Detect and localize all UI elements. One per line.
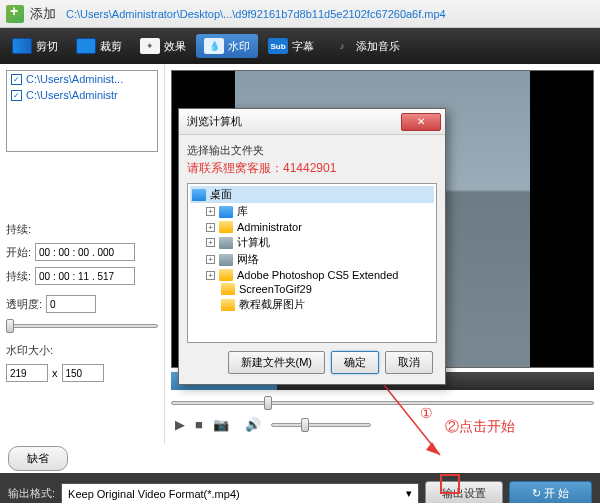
expand-icon[interactable]: +	[206, 255, 215, 264]
opacity-input[interactable]	[46, 295, 96, 313]
app-logo-icon	[6, 5, 24, 23]
tree-node[interactable]: +库	[204, 203, 434, 220]
tab-cut[interactable]: 剪切	[4, 34, 66, 58]
folder-tree[interactable]: 桌面 +库 +Administrator +计算机 +网络 +Adobe Pho…	[187, 183, 437, 343]
file-item[interactable]: ✓C:\Users\Administ...	[7, 71, 157, 87]
seek-slider[interactable]	[171, 396, 594, 410]
contact-text: 请联系狸窝客服：41442901	[187, 160, 437, 177]
expand-icon[interactable]: +	[206, 207, 215, 216]
refresh-icon: ↻	[532, 487, 541, 499]
output-settings-button[interactable]: 输出设置	[425, 481, 503, 503]
chevron-down-icon: ▾	[406, 487, 412, 500]
tree-node[interactable]: ScreenToGif29	[204, 282, 434, 296]
browse-dialog: 浏览计算机 ✕ 选择输出文件夹 请联系狸窝客服：41442901 桌面 +库 +…	[178, 108, 446, 385]
opacity-label: 透明度:	[6, 297, 42, 312]
dialog-close-button[interactable]: ✕	[401, 113, 441, 131]
format-select[interactable]: Keep Original Video Format(*.mp4)▾	[61, 483, 419, 504]
scissors-icon	[12, 38, 32, 54]
start-input[interactable]	[35, 243, 135, 261]
subtitle-icon: Sub	[268, 38, 288, 54]
effects-icon: ✦	[140, 38, 160, 54]
window-title: 添加	[30, 5, 56, 23]
tree-node[interactable]: +计算机	[204, 234, 434, 251]
expand-icon[interactable]: +	[206, 223, 215, 232]
tree-node[interactable]: +Adobe Photoshop CS5 Extended	[204, 268, 434, 282]
tab-music[interactable]: ♪添加音乐	[324, 34, 408, 58]
cancel-button[interactable]: 取消	[385, 351, 433, 374]
checkbox-icon[interactable]: ✓	[11, 74, 22, 85]
droplet-icon: 💧	[204, 38, 224, 54]
opacity-slider[interactable]	[6, 319, 158, 333]
file-item[interactable]: ✓C:\Users\Administr	[7, 87, 157, 103]
wmsize-label: 水印大小:	[6, 343, 53, 358]
default-button[interactable]: 缺省	[8, 446, 68, 471]
tab-music-label: 添加音乐	[356, 39, 400, 54]
tab-effects-label: 效果	[164, 39, 186, 54]
tree-node[interactable]: 教程截屏图片	[204, 296, 434, 313]
tab-crop-label: 裁剪	[100, 39, 122, 54]
file-path: C:\Users\Administrator\Desktop\...\d9f92…	[66, 8, 446, 20]
crop-icon	[76, 38, 96, 54]
duration-label: 持续:	[6, 222, 31, 237]
play-button[interactable]: ▶	[175, 417, 185, 432]
file-list[interactable]: ✓C:\Users\Administ... ✓C:\Users\Administ…	[6, 70, 158, 152]
tab-cut-label: 剪切	[36, 39, 58, 54]
tab-watermark[interactable]: 💧水印	[196, 34, 258, 58]
checkbox-icon[interactable]: ✓	[11, 90, 22, 101]
left-panel: ✓C:\Users\Administ... ✓C:\Users\Administ…	[0, 64, 165, 444]
tab-subtitle[interactable]: Sub字幕	[260, 34, 322, 58]
new-folder-button[interactable]: 新建文件夹(M)	[228, 351, 326, 374]
main-toolbar: 剪切 裁剪 ✦效果 💧水印 Sub字幕 ♪添加音乐	[0, 28, 600, 64]
expand-icon[interactable]: +	[206, 271, 215, 280]
ok-button[interactable]: 确定	[331, 351, 379, 374]
computer-icon	[219, 237, 233, 249]
desktop-icon	[192, 189, 206, 201]
wm-height-input[interactable]	[62, 364, 104, 382]
folder-icon	[219, 269, 233, 281]
folder-icon	[221, 283, 235, 295]
start-label: 开始:	[6, 245, 31, 260]
volume-icon[interactable]: 🔊	[245, 417, 261, 432]
music-icon: ♪	[332, 38, 352, 54]
tab-watermark-label: 水印	[228, 39, 250, 54]
annotation-step1: ①	[420, 405, 433, 421]
stop-button[interactable]: ■	[195, 417, 203, 432]
expand-icon[interactable]: +	[206, 238, 215, 247]
snapshot-button[interactable]: 📷	[213, 417, 229, 432]
start-button[interactable]: ↻ 开 始	[509, 481, 592, 503]
continue-label: 持续:	[6, 269, 31, 284]
tree-node-desktop[interactable]: 桌面	[190, 186, 434, 203]
dialog-prompt: 选择输出文件夹	[187, 143, 437, 158]
annotation-step2: ②点击开始	[445, 418, 515, 436]
user-icon	[219, 221, 233, 233]
volume-slider[interactable]	[271, 418, 371, 432]
library-icon	[219, 206, 233, 218]
wm-width-input[interactable]	[6, 364, 48, 382]
tree-node[interactable]: +Administrator	[204, 220, 434, 234]
folder-icon	[221, 299, 235, 311]
network-icon	[219, 254, 233, 266]
dialog-title: 浏览计算机	[187, 114, 242, 129]
format-label: 输出格式:	[8, 486, 55, 501]
continue-input[interactable]	[35, 267, 135, 285]
tab-subtitle-label: 字幕	[292, 39, 314, 54]
tab-crop[interactable]: 裁剪	[68, 34, 130, 58]
tab-effects[interactable]: ✦效果	[132, 34, 194, 58]
tree-node[interactable]: +网络	[204, 251, 434, 268]
